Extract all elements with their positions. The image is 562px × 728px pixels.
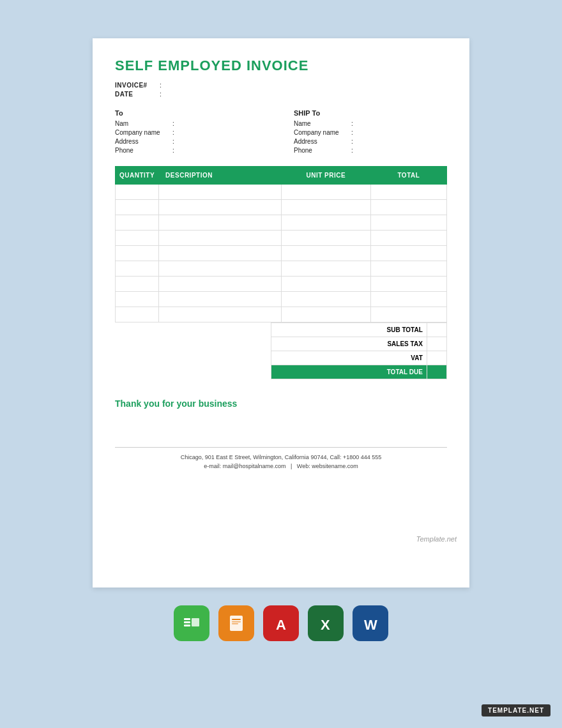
table-row: [116, 185, 447, 200]
table-header-row: QUANTITY DESCRIPTION UNIT PRICE TOTAL: [116, 167, 447, 185]
header-description: DESCRIPTION: [159, 167, 282, 185]
date-colon: :: [160, 91, 162, 98]
bill-company-row: Company name :: [115, 129, 268, 136]
ship-address-row: Address :: [294, 138, 447, 145]
table-row: [116, 307, 447, 322]
excel-icon[interactable]: X: [308, 605, 344, 641]
invoice-table: QUANTITY DESCRIPTION UNIT PRICE TOTAL: [115, 166, 447, 322]
svg-rect-3: [192, 618, 199, 626]
watermark: Template.net: [416, 535, 457, 543]
footer-email-label: e-mail:: [204, 463, 221, 469]
ship-company-label: Company name: [294, 129, 351, 136]
date-label: DATE: [115, 91, 160, 98]
acrobat-icon[interactable]: A: [263, 605, 299, 641]
bill-to-title: To: [115, 109, 268, 117]
svg-rect-1: [184, 621, 190, 623]
table-row: [116, 246, 447, 261]
ship-address-label: Address: [294, 138, 351, 145]
ship-company-row: Company name :: [294, 129, 447, 136]
total-due-row: TOTAL DUE: [115, 365, 447, 379]
footer-web-label: Web:: [297, 463, 310, 469]
svg-rect-5: [232, 619, 241, 620]
app-icons-row: A X W: [174, 605, 388, 641]
svg-rect-6: [232, 621, 241, 623]
salestax-label: SALES TAX: [271, 337, 427, 351]
footer-web: websitename.com: [312, 463, 358, 469]
svg-rect-2: [184, 625, 190, 626]
ship-name-label: Name: [294, 120, 351, 127]
vat-row: VAT: [115, 351, 447, 365]
invoice-number-colon: :: [160, 82, 162, 89]
subtotal-label: SUB TOTAL: [271, 323, 427, 337]
invoice-number-label: INVOICE#: [115, 82, 160, 89]
header-unit-price: UNIT PRICE: [281, 167, 370, 185]
bill-phone-row: Phone :: [115, 147, 268, 154]
table-row: [116, 200, 447, 215]
svg-rect-7: [232, 623, 238, 625]
word-icon[interactable]: W: [353, 605, 388, 641]
totals-table: SUB TOTAL SALES TAX VAT TOTAL DUE: [115, 322, 447, 379]
document-title: SELF EMPLOYED INVOICE: [115, 57, 447, 74]
footer-email: mail@hospitalname.com: [223, 463, 286, 469]
table-row: [116, 292, 447, 307]
bill-address-label: Address: [115, 138, 172, 145]
date-row: DATE :: [115, 91, 447, 98]
salestax-row: SALES TAX: [115, 337, 447, 351]
document-footer: Chicago, 901 East E Street, Wilmington, …: [115, 447, 447, 469]
ship-name-row: Name :: [294, 120, 447, 127]
subtotal-value: [427, 323, 446, 337]
invoice-document: SELF EMPLOYED INVOICE INVOICE# : DATE : …: [93, 38, 469, 588]
ship-to-title: SHIP To: [294, 109, 447, 117]
svg-text:A: A: [276, 617, 286, 633]
footer-address: Chicago, 901 East E Street, Wilmington, …: [115, 454, 447, 460]
numbers-icon[interactable]: [174, 605, 209, 641]
table-row: [116, 231, 447, 246]
ship-phone-row: Phone :: [294, 147, 447, 154]
bill-company-label: Company name: [115, 129, 172, 136]
header-total: TOTAL: [370, 167, 446, 185]
bill-to-section: To Nam : Company name : Address : Phone …: [115, 109, 268, 156]
svg-text:W: W: [364, 617, 377, 633]
billing-section: To Nam : Company name : Address : Phone …: [115, 109, 447, 156]
subtotal-row: SUB TOTAL: [115, 323, 447, 337]
header-quantity: QUANTITY: [116, 167, 159, 185]
vat-label: VAT: [271, 351, 427, 365]
total-due-label: TOTAL DUE: [271, 365, 427, 379]
ship-phone-label: Phone: [294, 147, 351, 154]
svg-rect-0: [184, 618, 190, 620]
total-due-value: [427, 365, 446, 379]
footer-contact: e-mail: mail@hospitalname.com | Web: web…: [115, 463, 447, 469]
table-row: [116, 215, 447, 231]
pages-icon[interactable]: [218, 605, 254, 641]
bill-name-row: Nam :: [115, 120, 268, 127]
ship-to-section: SHIP To Name : Company name : Address : …: [294, 109, 447, 156]
table-row: [116, 277, 447, 292]
table-row: [116, 261, 447, 277]
footer-separator: |: [291, 463, 292, 469]
bill-name-label: Nam: [115, 120, 172, 127]
vat-value: [427, 351, 446, 365]
salestax-value: [427, 337, 446, 351]
svg-text:X: X: [321, 617, 330, 633]
template-badge: TEMPLATE.NET: [482, 704, 551, 717]
invoice-number-row: INVOICE# :: [115, 82, 447, 89]
bill-phone-label: Phone: [115, 147, 172, 154]
bill-address-row: Address :: [115, 138, 268, 145]
thank-you-message: Thank you for your business: [115, 398, 447, 409]
